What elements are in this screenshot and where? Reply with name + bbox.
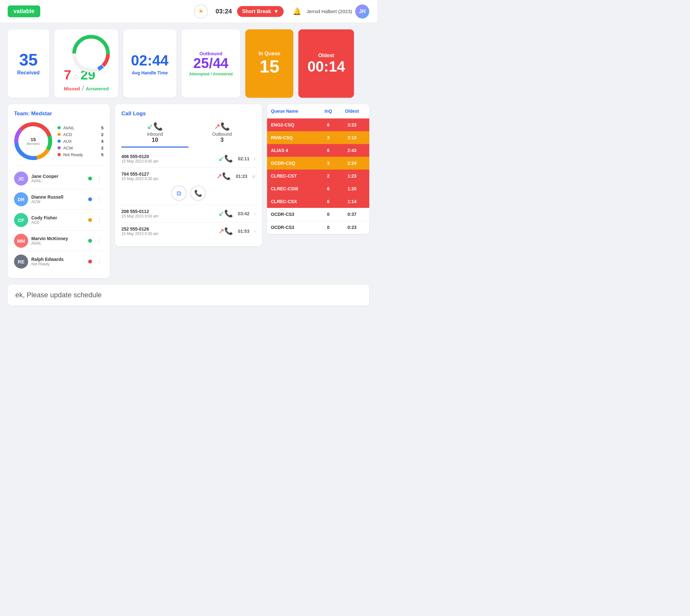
queue-row[interactable]: CLREC-CSX 6 1:14 [267, 195, 369, 208]
tab-inbound[interactable]: ↙📞 Inbound 10 [122, 122, 189, 148]
notification-text: ek, Please update schedule [15, 291, 102, 299]
legend-dot [58, 133, 61, 136]
queue-row-name: OCDR-CS3 [271, 212, 318, 217]
queue-row-inq: 6 [318, 148, 338, 153]
call-button[interactable]: 📞 [190, 185, 206, 201]
call-type-icon: ↙📞 [218, 155, 233, 163]
agent-row[interactable]: RE Ralph Edwards Not Ready ⋮ [14, 251, 104, 272]
agent-status: AVAIL [31, 241, 85, 246]
call-log-info: 252 555-0126 15 May 2023 9:30 am [122, 226, 215, 236]
notification-bar: ek, Please update schedule [8, 285, 369, 306]
queue-row[interactable]: ALIAS 4 6 2:43 [267, 144, 369, 157]
queue-row[interactable]: OCDR-CSQ 3 2:24 [267, 157, 369, 170]
call-duration: 01:23 [236, 174, 247, 179]
inqueue-card: In Queue 15 [245, 29, 293, 98]
avg-time-label: Avg Handle Time [132, 70, 168, 75]
queue-row-inq: 0 [318, 212, 338, 217]
call-type-tabs: ↙📞 Inbound 10 ↗📞 Outbound 3 [122, 122, 256, 148]
outbound-fraction: 25/44 [193, 56, 229, 70]
legend-item: ACD 2 [58, 132, 104, 137]
legend-label: ACW [63, 146, 73, 150]
call-duration: 03:42 [238, 211, 250, 216]
legend-count: 2 [101, 132, 104, 137]
agent-avatar: JC [14, 172, 28, 185]
legend-item: AVAIL 5 [58, 126, 104, 130]
queue-row-name: CLREC-CST [271, 173, 318, 178]
call-number: 252 555-0126 [122, 226, 215, 232]
avatar: JH [355, 4, 369, 19]
call-log-entry[interactable]: 208 555-0112 15 May 2023 9:00 am ↙📞 03:4… [122, 205, 256, 223]
legend-count: 5 [101, 126, 104, 130]
agent-row[interactable]: JC Jane Cooper AVAIL ⋮ [14, 168, 104, 189]
queue-row-oldest: 0:23 [338, 225, 365, 230]
queue-row[interactable]: ENG2-CSQ 6 3:23 [267, 118, 369, 131]
queue-row[interactable]: RNW-CSQ 3 3:13 [267, 131, 369, 144]
agent-menu-button[interactable]: ⋮ [95, 174, 104, 183]
queue-row-oldest: 1:23 [338, 173, 365, 178]
outbound-card: Outbound 25/44 Attempted / Answered [181, 29, 240, 98]
call-log-entry[interactable]: 704 555-0127 15 May 2023 8:30 am ↗📞 01:2… [122, 168, 256, 183]
agent-row[interactable]: CF Cody Fisher ACD ⋮ [14, 210, 104, 230]
queue-row[interactable]: OCDR-CS3 0 0:37 [267, 208, 369, 221]
queue-row-name: OCDR-CSQ [271, 161, 318, 166]
agent-info: Dianne Russell ACW [31, 195, 85, 204]
agent-status: ACW [31, 200, 85, 204]
answered-label: Answered [86, 86, 109, 91]
available-badge[interactable]: vailable [8, 5, 40, 17]
legend-item: Not Ready 5 [58, 152, 104, 157]
call-number: 406 555-0120 [122, 154, 215, 159]
queue-row[interactable]: OCDR-CS3 0 0:23 [267, 221, 369, 234]
user-profile[interactable]: Jerrod Halbert (2023) JH [306, 4, 369, 19]
call-log-info: 406 555-0120 15 May 2023 8:00 am [122, 154, 215, 163]
agent-menu-button[interactable]: ⋮ [95, 195, 104, 204]
sun-icon: ☀ [198, 7, 204, 16]
queue-row-oldest: 3:23 [338, 122, 365, 127]
tab-outbound[interactable]: ↗📞 Outbound 3 [189, 122, 256, 148]
calllogs-panel: Call Logs ↙📞 Inbound 10 ↗📞 Outbound 3 40… [115, 104, 262, 246]
break-dropdown[interactable]: Short Break ▼ [237, 6, 284, 17]
queue-row-oldest: 2:24 [338, 161, 365, 166]
missed-answered-card: 7 ○ 29 Missed / Answered [54, 29, 118, 98]
agent-menu-button[interactable]: ⋮ [95, 215, 104, 225]
call-log-entry[interactable]: 252 555-0126 15 May 2023 9:30 am ↗📞 01:5… [122, 223, 256, 240]
sun-icon-button[interactable]: ☀ [194, 4, 208, 19]
call-log-entry[interactable]: 406 555-0120 15 May 2023 8:00 am ↙📞 02:1… [122, 150, 256, 168]
agent-info: Marvin McKinney AVAIL [31, 236, 85, 246]
chevron-right-icon[interactable]: › [254, 228, 256, 234]
status-dot [88, 197, 92, 201]
call-log-info: 208 555-0112 15 May 2023 9:00 am [122, 209, 215, 218]
avg-time-value: 02:44 [131, 52, 169, 69]
agent-row[interactable]: MM Marvin McKinney AVAIL ⋮ [14, 230, 104, 251]
call-duration: 02:11 [238, 156, 250, 161]
queue-row[interactable]: CLREC-CSW 6 1:20 [267, 182, 369, 195]
team-member-count: 15 [26, 137, 40, 142]
call-actions: ⧉ 📞 [122, 183, 256, 201]
user-name: Jerrod Halbert (2023) [306, 8, 352, 14]
legend-item: AUX 4 [58, 139, 104, 144]
stat-cards-row: 35 Received [8, 29, 369, 98]
call-log-entry-expanded[interactable]: 704 555-0127 15 May 2023 8:30 am ↗📞 01:2… [122, 168, 256, 205]
call-date: 15 May 2023 9:00 am [122, 214, 215, 218]
main-content: 35 Received [0, 23, 377, 312]
chevron-right-icon[interactable]: › [254, 211, 256, 217]
call-number: 208 555-0112 [122, 209, 215, 214]
queue-col-name-header: Queue Name [271, 109, 318, 114]
legend-dot [58, 153, 61, 156]
copy-button[interactable]: ⧉ [171, 185, 187, 201]
bell-icon[interactable]: 🔔 [293, 7, 301, 16]
agent-info: Cody Fisher ACD [31, 215, 85, 225]
received-number: 35 [19, 51, 38, 68]
chevron-right-icon[interactable]: › [254, 156, 256, 161]
chevron-down-icon[interactable]: ∨ [252, 173, 256, 179]
legend-count: 2 [101, 146, 104, 150]
agent-row[interactable]: DR Dianne Russell ACW ⋮ [14, 189, 104, 210]
inqueue-label: In Queue [258, 51, 280, 57]
queue-row[interactable]: CLREC-CST 2 1:23 [267, 170, 369, 182]
agent-menu-button[interactable]: ⋮ [95, 236, 104, 246]
call-log-info: 704 555-0127 15 May 2023 8:30 am [122, 172, 213, 181]
team-stats-row: 15 Members AVAIL 5 ACD 2 AUX 4 ACW 2 Not… [14, 122, 104, 160]
call-date: 15 May 2023 9:30 am [122, 232, 215, 236]
queue-row-inq: 0 [318, 225, 338, 230]
agent-menu-button[interactable]: ⋮ [95, 257, 104, 266]
queue-row-oldest: 3:13 [338, 135, 365, 140]
